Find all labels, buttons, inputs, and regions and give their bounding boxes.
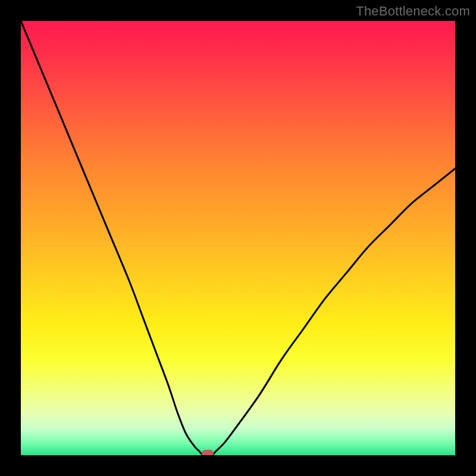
watermark-text: TheBottleneck.com <box>356 4 470 19</box>
chart-frame: TheBottleneck.com <box>0 0 476 476</box>
plot-area <box>21 21 455 455</box>
minimum-marker <box>202 450 214 455</box>
bottleneck-curve <box>21 21 455 455</box>
